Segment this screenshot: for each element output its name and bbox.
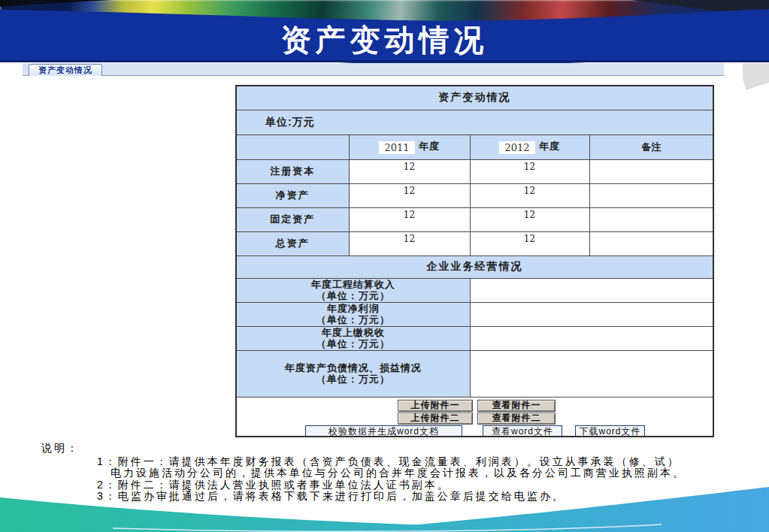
section-value-cell — [470, 326, 713, 350]
table-row: 注册资本 12 12 — [236, 159, 713, 183]
validate-generate-word-button[interactable]: 校验数据并生成word文档 — [305, 425, 462, 437]
value-cell: 12 — [470, 231, 589, 255]
value-cell: 12 — [349, 159, 470, 183]
page: 资产变动情况 资产变动情况 资产变动情况 单位:万元 2011年度 2012年度 — [0, 0, 769, 532]
corner-decoration — [743, 63, 769, 90]
section-value-cell — [470, 278, 713, 302]
view-attachment-2-button[interactable]: 查看附件二 — [477, 413, 556, 425]
download-word-file-button[interactable]: 下载word文件 — [575, 425, 645, 437]
row-label: 总资产 — [236, 231, 349, 255]
value-cell: 12 — [470, 183, 589, 207]
section-value-cell — [470, 302, 713, 326]
value-cell: 12 — [470, 207, 589, 231]
year-suffix: 年度 — [539, 141, 560, 152]
view-word-file-button[interactable]: 查看word文件 — [483, 425, 562, 437]
section-row-label: 年度工程结算收入 （单位：万元） — [236, 278, 470, 302]
column-header-remark: 备注 — [589, 135, 713, 159]
value-cell: 12 — [349, 183, 470, 207]
year-2011-input[interactable]: 2011 — [379, 141, 415, 154]
section-row-label: 年度上缴税收 （单位：万元） — [236, 326, 470, 350]
tab-asset-change[interactable]: 资产变动情况 — [29, 64, 102, 76]
column-header-2011: 2011年度 — [349, 135, 470, 159]
section-row-label: 年度资产负债情况、损益情况 （单位：万元） — [236, 350, 470, 397]
note-item-continuation: 电力设施活动分公司的，提供本单位与分公司的合并年度会计报表，以及各分公司工商营业… — [111, 467, 733, 479]
column-header-2012: 2012年度 — [470, 135, 589, 159]
button-row: 上传附件一 查看附件一 上传附件二 查看附件二 校验数据并生成word文档 查看… — [236, 397, 713, 437]
remark-cell — [589, 183, 713, 207]
unit-label: 单位:万元 — [236, 110, 713, 135]
value-cell: 12 — [349, 207, 470, 231]
asset-change-table: 资产变动情况 单位:万元 2011年度 2012年度 备注 注册资本 12 12 — [235, 85, 714, 437]
remark-cell — [589, 159, 713, 183]
value-cell: 12 — [470, 159, 589, 183]
notes-section: 说明： 1：附件一：请提供本年度财务报表（含资产负债表、现金流量表、利润表）。设… — [41, 443, 733, 503]
table-row: 净资产 12 12 — [236, 183, 713, 207]
row-label: 净资产 — [236, 183, 349, 207]
section-value-cell — [470, 350, 713, 397]
page-title: 资产变动情况 — [0, 20, 769, 61]
section-title: 企业业务经营情况 — [236, 255, 713, 278]
section-row-label: 年度净利润 （单位：万元） — [236, 302, 470, 326]
table-row: 总资产 12 12 — [236, 231, 713, 255]
table-row: 年度上缴税收 （单位：万元） — [236, 326, 713, 350]
note-item: 1：附件一：请提供本年度财务报表（含资产负债表、现金流量表、利润表）。设立从事承… — [97, 456, 733, 468]
upload-attachment-2-button[interactable]: 上传附件二 — [398, 413, 473, 425]
table-row: 年度资产负债情况、损益情况 （单位：万元） — [236, 350, 713, 397]
row-label: 注册资本 — [236, 159, 349, 183]
notes-title: 说明： — [41, 443, 733, 455]
note-item: 3：电监办审批通过后，请将表格下载下来进行打印后，加盖公章后提交给电监办。 — [97, 491, 733, 503]
remark-cell — [589, 207, 713, 231]
table-row: 固定资产 12 12 — [236, 207, 713, 231]
tab-strip: 资产变动情况 — [23, 63, 724, 76]
year-2012-input[interactable]: 2012 — [499, 141, 535, 154]
notes-list: 1：附件一：请提供本年度财务报表（含资产负债表、现金流量表、利润表）。设立从事承… — [97, 456, 733, 503]
table-row: 年度工程结算收入 （单位：万元） — [236, 278, 713, 302]
table-row: 年度净利润 （单位：万元） — [236, 302, 713, 326]
value-cell: 12 — [349, 231, 470, 255]
table-title: 资产变动情况 — [236, 86, 713, 110]
view-attachment-1-button[interactable]: 查看附件一 — [477, 400, 556, 412]
upload-attachment-1-button[interactable]: 上传附件一 — [398, 400, 473, 412]
corner-cell — [236, 135, 349, 159]
note-item: 2：附件二：请提供法人营业执照或者事业单位法人证书副本。 — [97, 479, 733, 491]
remark-cell — [589, 231, 713, 255]
year-suffix: 年度 — [419, 141, 440, 152]
row-label: 固定资产 — [236, 207, 349, 231]
